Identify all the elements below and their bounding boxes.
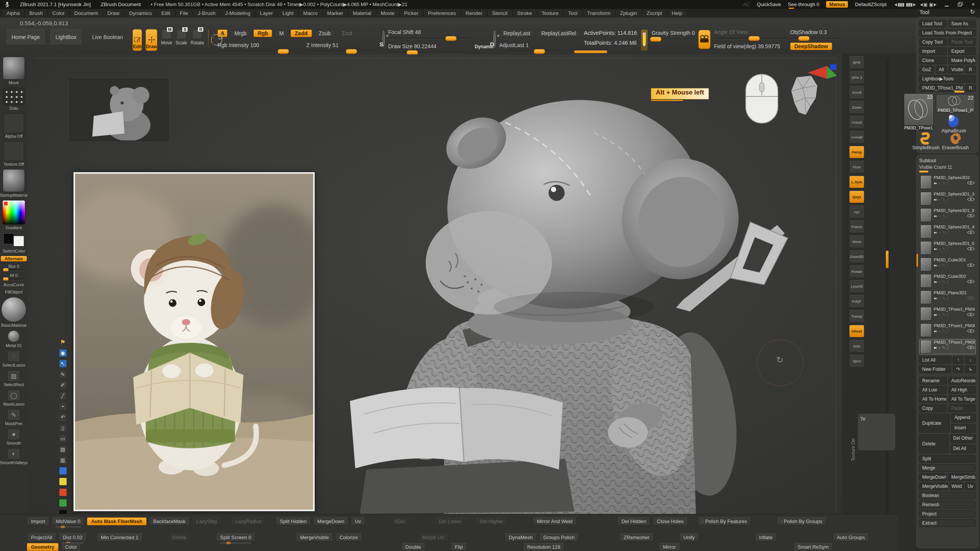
right-shelf-button[interactable]: Spcs [849,355,864,367]
sidebar-item[interactable]: Move [3,57,25,85]
bottom-shelf-button[interactable]: Polish By Groups [776,517,826,525]
edit-subtool-icon[interactable]: ✎ [942,197,945,202]
quick-strip-icon[interactable]: ▥ [59,456,67,464]
brush-slash-icon[interactable]: ╱ [947,214,949,218]
bottom-shelf-button[interactable]: Del Lower [435,517,466,525]
current-brush-thumbnail[interactable] [207,29,209,50]
replay-last-button[interactable]: ReplayLast [499,29,534,37]
new-folder-button[interactable]: New Folder [919,365,951,373]
camera-button[interactable] [698,30,710,49]
mrgb-toggle[interactable]: Mrgb [230,29,251,37]
brush-slash-icon[interactable]: ╱ [947,346,949,350]
minimize-button[interactable] [944,2,950,7]
goz-all-button[interactable]: All [936,66,947,73]
quick-strip-icon[interactable]: ↶ [59,413,67,421]
bottom-shelf-button[interactable]: Import [27,517,49,525]
subtool-header[interactable]: Subtool [919,158,976,163]
sidebar-item-thumbnail[interactable]: ▧ [7,370,20,381]
subtool-thumbnail[interactable] [920,340,932,354]
edit-subtool-icon[interactable]: ✎ [942,247,945,251]
sidebar-item[interactable]: AccuCurve [3,282,24,287]
subtool-thumbnail[interactable] [920,225,932,238]
goz-r-button[interactable]: R [965,66,976,73]
visibility-eye-icon[interactable] [967,312,975,317]
polypaint2-icon[interactable]: ● [935,313,938,317]
right-shelf-button[interactable]: LineFill [849,280,864,293]
menu-item[interactable]: Zplugin [616,10,641,17]
sidebar-item[interactable]: ▧ SelectRect [3,370,24,387]
subtool-row[interactable]: PM3D_TPose1_PM3D_Sphere3 ●● ◐ ✎ ╱ [919,339,976,354]
edit-button[interactable]: Edit [132,29,142,51]
menu-item[interactable]: Alpha [2,10,24,17]
right-shelf-button[interactable]: Zoom [849,101,864,114]
menu-item[interactable]: Help [668,10,687,17]
lightbox-tools-button[interactable]: Lightbox▶Tools [919,75,976,83]
boolean-section[interactable]: Boolean [919,492,976,499]
bottom-shelf-button[interactable]: MergeDown [313,517,348,525]
uv-icon[interactable]: ◐ [939,346,941,350]
quick-strip-icon[interactable] [59,499,67,507]
subtool-row[interactable]: PM3D_Sphere3D1_3 ●● ◐ ✎ ╱ [919,191,976,206]
bottom-shelf-button[interactable]: Geometry [27,543,59,551]
quick-strip-icon[interactable] [59,488,67,496]
paste-tool-button[interactable]: Paste Tool [948,38,976,46]
texture-flyout-panel[interactable]: Te [858,413,896,451]
merge-section[interactable]: Merge [919,464,976,472]
gravity-strength-slider[interactable]: Gravity Strength 0 [652,30,695,39]
eraser-brush-item[interactable]: EraserBrush [942,132,969,150]
bottom-shelf-button[interactable]: Auto Groups [833,533,869,541]
move-down-button[interactable]: ↓ [965,356,976,364]
shelf-scroll-indicator[interactable] [574,51,607,53]
z-intensity-slider[interactable]: Z Intensity 51 [306,42,379,52]
right-shelf-button[interactable]: Scroll [849,86,864,99]
subtool-thumbnail[interactable] [920,241,932,255]
sidebar-item-thumbnail[interactable] [3,269,24,271]
focal-shift-slider[interactable]: Focal Shift 48 [388,29,469,39]
folder-redo-button[interactable]: ↷ [953,365,964,373]
menu-item[interactable]: Tool [564,10,582,17]
restore-button[interactable] [957,2,963,7]
bottom-shelf-button[interactable]: LazyStep [192,517,221,525]
visible-count-slider[interactable]: Visible Count 11 [919,165,976,170]
brush-slash-icon[interactable]: ╱ [947,329,949,333]
all-low-button[interactable]: All Low [919,386,947,394]
document-canvas[interactable]: Alt + Mouse left ↻ ⚑◉↖✎✐╱•↶▯▭▤▥ [28,54,842,514]
right-shelf-button[interactable]: Ghost [849,325,864,337]
bottom-shelf-button[interactable]: Split Hidden [276,517,311,525]
sidebar-item[interactable]: SwitchColor [3,233,25,253]
uv-icon[interactable]: ◐ [939,197,941,202]
sidebar-item-thumbnail[interactable]: ● [7,429,20,440]
scale-mode-button[interactable]: SScale [176,29,187,46]
right-shelf-button[interactable]: Actual [849,116,864,129]
goz-visible-button[interactable]: Visible [948,66,964,73]
clone-button[interactable]: Clone [919,57,947,64]
polypaint2-icon[interactable]: ● [935,197,938,202]
sidebar-item-thumbnail[interactable] [3,113,24,133]
right-shelf-button[interactable]: BPR [849,56,864,69]
brush-slash-icon[interactable]: ╱ [947,247,949,251]
subtool-row[interactable]: PM3D_TPose1_PM3D_Sphere3 ●● ◐ ✎ ╱ [919,323,976,338]
edit-subtool-icon[interactable]: ✎ [942,214,945,218]
quick-strip-icon[interactable]: ◉ [59,349,67,357]
rename-button[interactable]: Rename [919,377,947,385]
close-button[interactable]: × [970,2,976,7]
quick-strip-icon[interactable]: ▤ [59,445,67,453]
del-other-button[interactable]: Del Other [950,434,976,443]
load-tool-button[interactable]: Load Tool [919,20,947,28]
visibility-eye-icon[interactable] [967,296,975,300]
menu-item[interactable]: Material [349,10,376,17]
bottom-shelf-button[interactable]: Split Screen 0 [216,533,255,541]
brush-slash-icon[interactable]: ╱ [947,313,949,317]
edit-subtool-icon[interactable]: ✎ [942,296,945,300]
rgb-toggle[interactable]: Rgb [253,29,272,37]
quick-strip-icon[interactable]: ╱ [59,392,67,400]
menu-item[interactable]: Layer [256,10,277,17]
all-to-target-button[interactable]: All To Target [948,395,976,403]
sidebar-item[interactable]: Metal 01 [6,330,22,348]
extract-section[interactable]: Extract [919,519,976,527]
sidebar-item[interactable]: StartupMaterial [0,169,28,197]
quick-strip-icon[interactable] [59,478,67,486]
menu-item[interactable]: Preferences [424,10,460,17]
right-shelf-button[interactable]: Transp [849,310,864,323]
lightbox-button[interactable]: LightBox [49,29,82,45]
